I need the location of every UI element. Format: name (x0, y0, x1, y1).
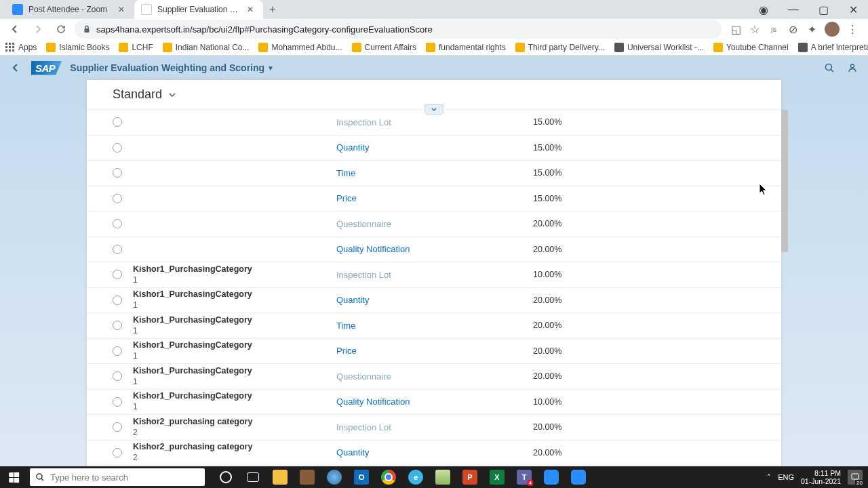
task-ie[interactable]: e (403, 466, 429, 488)
criterion-link[interactable]: Quantity (336, 447, 369, 458)
criterion-link[interactable]: Price (336, 346, 357, 356)
task-teams[interactable]: T4 (511, 466, 537, 488)
task-explorer[interactable] (267, 466, 293, 488)
row-radio[interactable] (113, 346, 122, 356)
system-tray: ˄ ENG 8:11 PM 01-Jun-2021 20 (762, 469, 868, 485)
tray-chevron-icon[interactable]: ˄ (767, 473, 771, 482)
adblock-icon[interactable]: ⊘ (787, 23, 799, 35)
new-tab-button[interactable]: + (263, 0, 282, 19)
user-button[interactable] (845, 60, 860, 75)
criterion-link[interactable]: Quantity (336, 142, 369, 152)
action-center-button[interactable]: 20 (848, 470, 863, 485)
bookmark-item[interactable]: Youtube Channel (713, 43, 789, 52)
start-button[interactable] (0, 466, 27, 488)
criterion-link[interactable]: Price (336, 193, 357, 203)
row-radio[interactable] (113, 117, 122, 127)
table-row[interactable]: Quantity15.00% (87, 136, 781, 161)
tray-lang[interactable]: ENG (778, 473, 794, 481)
address-bar[interactable]: saps4hana.expertsoft.in/sap/bc/ui2/flp#P… (75, 20, 722, 39)
task-zoom[interactable] (538, 466, 564, 488)
bookmark-item[interactable]: LCHF (119, 43, 153, 52)
criterion-link[interactable]: Questionnaire (336, 219, 391, 229)
task-outlook[interactable]: O (349, 466, 374, 488)
install-icon[interactable]: ◱ (730, 23, 742, 35)
profile-avatar[interactable] (825, 22, 840, 37)
reload-button[interactable] (52, 20, 71, 39)
criterion-link[interactable]: Inspection Lot (336, 117, 391, 127)
task-globe[interactable] (321, 466, 347, 488)
sap-logo[interactable]: SAP (31, 61, 62, 75)
table-row[interactable]: Kishor1_PurchasingCategory1Quality Notif… (87, 390, 781, 415)
bookmark-item[interactable]: fundamental rights (426, 43, 506, 52)
table-row[interactable]: Questionnaire20.00% (87, 211, 781, 237)
row-radio[interactable] (113, 296, 122, 305)
record-icon[interactable]: ◉ (749, 0, 778, 19)
bookmark-item[interactable]: Islamic Books (46, 43, 109, 52)
close-icon[interactable]: ✕ (118, 5, 127, 14)
criterion-link[interactable]: Questionnaire (336, 371, 391, 382)
bookmark-apps[interactable]: Apps (5, 43, 37, 52)
table-row[interactable]: Kishor1_PurchasingCategory1Price20.00% (87, 339, 781, 365)
forward-button[interactable] (28, 20, 47, 39)
table-row[interactable]: Kishor1_PurchasingCategory1Quantity20.00… (87, 288, 781, 314)
tray-clock[interactable]: 8:11 PM 01-Jun-2021 (801, 469, 841, 485)
row-radio[interactable] (113, 168, 122, 178)
scrollbar[interactable] (781, 110, 788, 252)
minimize-button[interactable]: — (778, 0, 808, 19)
task-store[interactable] (294, 466, 320, 488)
table-row[interactable]: Time15.00% (87, 161, 781, 186)
criterion-link[interactable]: Quality Notification (336, 396, 410, 407)
row-radio[interactable] (113, 194, 122, 203)
table-row[interactable]: Kishor2_purchasing category2Inspection L… (87, 415, 781, 441)
tab-zoom[interactable]: Post Attendee - Zoom ✕ (5, 0, 134, 19)
extension-icon[interactable]: js (768, 23, 780, 35)
task-cortana[interactable] (213, 466, 239, 488)
table-row[interactable]: Kishor1_PurchasingCategory1Time20.00% (87, 313, 781, 339)
collapse-filter-button[interactable] (425, 104, 443, 115)
search-button[interactable] (822, 60, 837, 75)
app-title[interactable]: Supplier Evaluation Weighting and Scorin… (70, 62, 274, 73)
criterion-link[interactable]: Inspection Lot (336, 270, 391, 280)
bookmark-item[interactable]: Universal Worklist -... (614, 43, 704, 52)
close-icon[interactable]: ✕ (247, 5, 256, 14)
criterion-link[interactable]: Quality Notification (336, 244, 410, 254)
menu-icon[interactable]: ⋮ (846, 23, 859, 35)
taskbar-search[interactable]: Type here to search (30, 468, 205, 486)
row-radio[interactable] (113, 321, 122, 330)
row-radio[interactable] (113, 397, 122, 407)
tab-supplier-eval[interactable]: Supplier Evaluation Weighting a ✕ (134, 0, 263, 19)
task-taskview[interactable] (240, 466, 266, 488)
task-excel[interactable]: X (484, 466, 510, 488)
window-close-button[interactable]: ✕ (838, 0, 868, 19)
row-radio[interactable] (113, 422, 122, 432)
task-zoom2[interactable] (566, 466, 591, 488)
criterion-link[interactable]: Time (336, 168, 355, 178)
table-row[interactable]: Quality Notification20.00% (87, 237, 781, 263)
row-radio[interactable] (113, 219, 122, 228)
task-powerpoint[interactable]: P (457, 466, 483, 488)
bookmark-item[interactable]: Mohammed Abdu... (258, 43, 342, 52)
bookmark-item[interactable]: Current Affairs (352, 43, 416, 52)
maximize-button[interactable]: ▢ (808, 0, 838, 19)
bookmark-item[interactable]: Third party Delivery... (515, 43, 605, 52)
shell-back-button[interactable] (8, 60, 23, 75)
table-row[interactable]: Kishor1_PurchasingCategory1Inspection Lo… (87, 262, 781, 288)
task-chrome[interactable] (376, 466, 401, 488)
criterion-link[interactable]: Inspection Lot (336, 422, 391, 432)
row-radio[interactable] (113, 448, 122, 458)
criterion-link[interactable]: Quantity (336, 295, 369, 305)
table-row[interactable]: Kishor1_PurchasingCategory1Questionnaire… (87, 364, 781, 390)
row-radio[interactable] (113, 371, 122, 381)
puzzle-icon[interactable]: ✦ (806, 23, 818, 35)
row-radio[interactable] (113, 143, 122, 152)
table-row[interactable]: Price15.00% (87, 186, 781, 212)
task-notepad[interactable] (430, 466, 456, 488)
row-radio[interactable] (113, 270, 122, 279)
row-radio[interactable] (113, 245, 122, 254)
table-row[interactable]: Kishor2_purchasing category2Quantity20.0… (87, 441, 781, 466)
criterion-link[interactable]: Time (336, 321, 355, 331)
back-button[interactable] (5, 20, 24, 39)
star-icon[interactable]: ☆ (749, 23, 761, 35)
bookmark-item[interactable]: Indian National Co... (163, 43, 250, 52)
bookmark-item[interactable]: A brief interpretatio... (798, 43, 868, 52)
